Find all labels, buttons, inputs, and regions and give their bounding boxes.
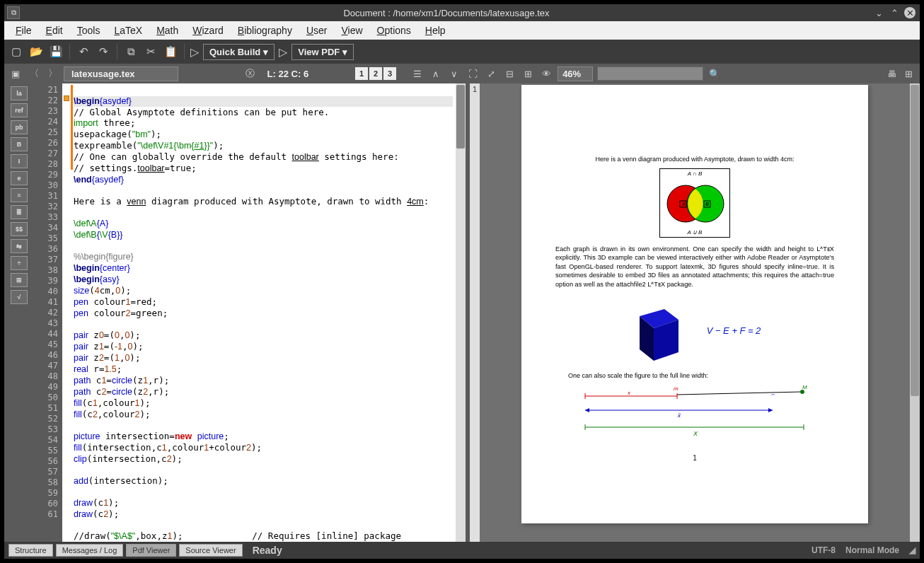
source-viewer-button[interactable]: Source Viewer [179, 544, 242, 557]
sidebar-tool-11[interactable]: ⊞ [11, 273, 28, 287]
new-file-icon[interactable]: ▢ [8, 44, 24, 59]
close-tab-icon[interactable]: ⓧ [243, 66, 258, 81]
pdf-caption-2: One can also scale the figure to the ful… [555, 372, 834, 379]
fit-width-icon[interactable]: ⤢ [484, 66, 498, 81]
sidebar-tool-7[interactable]: ≣ [11, 205, 28, 219]
scale-lines-svg: m x M ⌢ x̄ [582, 385, 808, 441]
venn-bottom-label: A ∪ B [660, 229, 729, 236]
left-sidebar: larefpbBIe≡≣$$⇆÷⊞√ [4, 83, 34, 542]
menu-wizard[interactable]: Wizard [187, 23, 229, 37]
menu-latex[interactable]: LaTeX [108, 23, 148, 37]
undo-icon[interactable]: ↶ [76, 44, 91, 59]
menu-file[interactable]: File [10, 23, 37, 37]
pdf-page-indicator: 1 [470, 83, 480, 542]
nav-forward-icon[interactable]: 〉 [45, 66, 59, 81]
paste-icon[interactable]: 📋 [163, 44, 178, 59]
pdf-up-icon[interactable]: ∧ [429, 66, 443, 81]
menu-options[interactable]: Options [371, 23, 417, 37]
sidebar-tool-4[interactable]: I [11, 154, 28, 168]
pdf-scrollbar-thumb[interactable] [911, 85, 919, 396]
panel-3-button[interactable]: 3 [383, 67, 396, 80]
editor-scrollbar[interactable] [456, 83, 466, 542]
statusbar: Structure Messages / Log Pdf Viewer Sour… [4, 542, 920, 559]
zoom-in-icon[interactable]: ⊞ [521, 66, 535, 81]
code-editor[interactable]: \begin{asydef} // Global Asymptote defin… [71, 83, 456, 542]
redo-icon[interactable]: ↷ [96, 44, 111, 59]
line-gutter: 21 22 23 24 25 26 27 28 29 30 31 32 33 3… [34, 83, 62, 542]
svg-text:x̄: x̄ [677, 412, 681, 419]
menu-help[interactable]: Help [420, 23, 451, 37]
structure-button[interactable]: Structure [8, 544, 53, 557]
secondary-toolbar: ▣ 〈 〉 latexusage.tex ⓧ L: 22 C: 6 1 2 3 … [4, 64, 920, 83]
encoding-label[interactable]: UTF-8 [812, 545, 836, 555]
pdf-down-icon[interactable]: ∨ [447, 66, 461, 81]
scrollbar-thumb[interactable] [456, 85, 465, 149]
menu-tools[interactable]: Tools [71, 23, 106, 37]
svg-text:M: M [802, 385, 807, 390]
zoom-level[interactable]: 46% [558, 66, 593, 81]
cut-icon[interactable]: ✂ [143, 44, 158, 59]
menubar: File Edit Tools LaTeX Math Wizard Biblio… [4, 21, 920, 40]
view-pdf-button[interactable]: View PDF ▾ [291, 44, 354, 60]
search-icon[interactable]: 🔍 [708, 66, 722, 81]
menu-view[interactable]: View [335, 23, 368, 37]
settings-icon[interactable]: ⊞ [901, 66, 916, 81]
pdf-scrollbar[interactable] [910, 83, 920, 542]
svg-text:X: X [693, 430, 698, 437]
maximize-button[interactable]: ⌃ [889, 7, 900, 18]
panel-1-button[interactable]: 1 [355, 67, 368, 80]
sidebar-tool-1[interactable]: ref [11, 103, 28, 117]
sidebar-tool-12[interactable]: √ [11, 290, 28, 304]
sidebar-tool-3[interactable]: B [11, 137, 28, 151]
panel-2-button[interactable]: 2 [369, 67, 382, 80]
svg-text:x: x [627, 390, 631, 396]
pdf-viewport[interactable]: Here is a venn diagram produced with Asy… [480, 83, 910, 542]
svg-marker-20 [768, 408, 773, 412]
fold-marker-icon[interactable] [64, 95, 69, 101]
editor-area: 21 22 23 24 25 26 27 28 29 30 31 32 33 3… [34, 83, 466, 542]
mode-label[interactable]: Normal Mode [845, 545, 899, 555]
svg-marker-19 [585, 408, 589, 412]
nav-back-icon[interactable]: 〈 [27, 66, 41, 81]
save-file-icon[interactable]: 💾 [48, 44, 64, 59]
menu-edit[interactable]: Edit [40, 23, 69, 37]
change-marker [71, 85, 73, 170]
cube-svg [629, 298, 686, 362]
close-button[interactable]: ✕ [904, 7, 916, 18]
eye-icon[interactable]: 👁 [539, 66, 553, 81]
pdf-area: 1 Here is a venn diagram produced with A… [470, 83, 920, 542]
sidebar-tool-5[interactable]: e [11, 171, 28, 185]
main-toolbar: ▢ 📂 💾 ↶ ↷ ⧉ ✂ 📋 ▷ Quick Build ▾ ▷ View P… [4, 40, 920, 64]
sidebar-tool-8[interactable]: $$ [11, 222, 28, 236]
sidebar-tool-2[interactable]: pb [11, 120, 28, 134]
titlebar: ⧉ Document : /home/xm1/Documents/latexus… [4, 4, 920, 21]
toc-icon[interactable]: ☰ [410, 66, 425, 81]
sidebar-tool-6[interactable]: ≡ [11, 188, 28, 202]
file-tab[interactable]: latexusage.tex [64, 66, 178, 81]
view-play-icon[interactable]: ▷ [279, 45, 287, 59]
minimize-button[interactable]: ⌄ [873, 7, 884, 18]
open-file-icon[interactable]: 📂 [28, 44, 44, 59]
venn-diagram: A ∩ B A B A ∪ B [659, 168, 730, 238]
menu-math[interactable]: Math [151, 23, 184, 37]
sidebar-tool-9[interactable]: ⇆ [11, 239, 28, 253]
svg-text:m: m [674, 385, 678, 392]
menu-bibliography[interactable]: Bibliography [232, 23, 298, 37]
pdf-search-input[interactable] [597, 66, 703, 81]
status-ready: Ready [253, 545, 282, 556]
bookmark-icon[interactable]: ▣ [8, 66, 23, 81]
sidebar-tool-10[interactable]: ÷ [11, 256, 28, 270]
build-play-icon[interactable]: ▷ [190, 45, 199, 59]
pdf-viewer-button[interactable]: Pdf Viewer [126, 544, 176, 557]
copy-icon[interactable]: ⧉ [123, 44, 139, 59]
sidebar-tool-0[interactable]: la [11, 86, 28, 100]
fit-page-icon[interactable]: ⛶ [466, 66, 480, 81]
pdf-paragraph-1: Each graph is drawn in its own environme… [555, 245, 834, 289]
menu-user[interactable]: User [301, 23, 333, 37]
print-icon[interactable]: 🖶 [884, 66, 899, 81]
venn-top-label: A ∩ B [660, 170, 729, 177]
messages-button[interactable]: Messages / Log [56, 544, 124, 557]
app-window: ⧉ Document : /home/xm1/Documents/latexus… [4, 4, 920, 559]
quick-build-button[interactable]: Quick Build ▾ [203, 44, 275, 60]
zoom-out-icon[interactable]: ⊟ [502, 66, 516, 81]
